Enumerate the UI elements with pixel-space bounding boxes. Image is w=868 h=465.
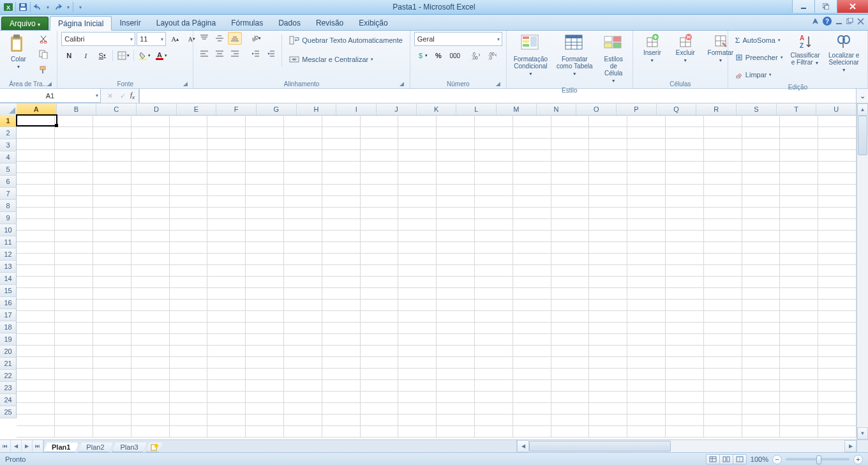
cell[interactable] <box>742 115 780 126</box>
cell[interactable] <box>55 356 93 368</box>
cell[interactable] <box>55 345 93 356</box>
cell[interactable] <box>475 287 513 299</box>
cell[interactable] <box>322 287 360 299</box>
cell[interactable] <box>666 379 704 391</box>
cell[interactable] <box>360 207 398 218</box>
scroll-left-icon[interactable]: ◀ <box>517 440 529 452</box>
cell[interactable] <box>551 230 589 241</box>
cell[interactable] <box>246 402 284 414</box>
cell[interactable] <box>131 264 169 276</box>
cell[interactable] <box>437 368 475 379</box>
cell[interactable] <box>589 299 627 310</box>
cell[interactable] <box>742 172 780 184</box>
maximize-button[interactable] <box>814 0 837 13</box>
cell[interactable] <box>246 322 284 333</box>
delete-button[interactable]: Excluir▼ <box>670 32 701 66</box>
cell[interactable] <box>17 230 55 241</box>
column-header[interactable]: M <box>497 103 537 115</box>
cell[interactable] <box>169 207 207 218</box>
cell[interactable] <box>17 126 55 138</box>
cell[interactable] <box>666 126 704 138</box>
cell[interactable] <box>551 126 589 138</box>
cell[interactable] <box>551 207 589 218</box>
cell[interactable] <box>207 299 246 310</box>
cell[interactable] <box>131 391 169 402</box>
cell[interactable] <box>360 184 398 195</box>
cell[interactable] <box>818 253 857 264</box>
cell[interactable] <box>666 345 704 356</box>
cell[interactable] <box>742 218 780 230</box>
row-header[interactable]: 15 <box>0 285 17 297</box>
cell[interactable] <box>284 368 322 379</box>
cell[interactable] <box>169 115 207 126</box>
cell[interactable] <box>589 310 627 322</box>
cell[interactable] <box>55 253 93 264</box>
cell[interactable] <box>437 241 475 253</box>
cell[interactable] <box>398 368 437 379</box>
cell[interactable] <box>589 345 627 356</box>
cell[interactable] <box>703 425 742 437</box>
cell[interactable] <box>55 218 93 230</box>
cell-styles-button[interactable]: Estilos deCélula ▼ <box>599 32 629 86</box>
column-header[interactable]: I <box>336 103 377 115</box>
cell[interactable] <box>322 345 360 356</box>
cell[interactable] <box>131 345 169 356</box>
cell[interactable] <box>627 138 666 149</box>
cell[interactable] <box>475 414 513 425</box>
cell[interactable] <box>818 172 857 184</box>
cell[interactable] <box>207 264 246 276</box>
cell[interactable] <box>589 161 627 172</box>
ribbon-tab-dados[interactable]: Dados <box>271 16 308 30</box>
cell[interactable] <box>169 379 207 391</box>
cell[interactable] <box>246 356 284 368</box>
cell[interactable] <box>360 138 398 149</box>
cell[interactable] <box>17 253 55 264</box>
cell[interactable] <box>703 345 742 356</box>
cell[interactable] <box>475 161 513 172</box>
cell[interactable] <box>780 126 818 138</box>
cell[interactable] <box>627 184 666 195</box>
cell[interactable] <box>131 310 169 322</box>
vertical-scrollbar[interactable]: ▲ ▼ <box>857 103 868 439</box>
cell[interactable] <box>322 218 360 230</box>
tab-nav-first-icon[interactable]: ⏮ <box>0 440 11 452</box>
cell[interactable] <box>93 414 131 425</box>
row-header[interactable]: 23 <box>0 382 17 394</box>
cell[interactable] <box>246 414 284 425</box>
cell[interactable] <box>666 161 704 172</box>
increase-decimal-icon[interactable]: ,0,00 <box>468 49 483 63</box>
cell[interactable] <box>169 276 207 287</box>
underline-button[interactable]: S ▾ <box>94 49 110 63</box>
cell[interactable] <box>93 425 131 437</box>
cell[interactable] <box>818 345 857 356</box>
font-color-icon[interactable]: A▾ <box>153 49 168 63</box>
cell[interactable] <box>780 299 818 310</box>
cell[interactable] <box>131 253 169 264</box>
cell[interactable] <box>551 161 589 172</box>
cell[interactable] <box>246 333 284 345</box>
cell[interactable] <box>742 241 780 253</box>
accounting-format-icon[interactable]: $▾ <box>414 49 430 63</box>
horizontal-scrollbar[interactable]: ◀ ▶ <box>516 440 857 452</box>
cell[interactable] <box>322 207 360 218</box>
cell[interactable] <box>360 253 398 264</box>
cell[interactable] <box>55 322 93 333</box>
cell[interactable] <box>742 402 780 414</box>
undo-dropdown-icon[interactable]: ▼ <box>45 1 51 13</box>
cell[interactable] <box>513 333 551 345</box>
cell[interactable] <box>742 161 780 172</box>
cell[interactable] <box>93 368 131 379</box>
cell[interactable] <box>284 356 322 368</box>
cell[interactable] <box>780 425 818 437</box>
cell[interactable] <box>169 402 207 414</box>
cell[interactable] <box>17 161 55 172</box>
cell[interactable] <box>398 322 437 333</box>
cell[interactable] <box>818 184 857 195</box>
cell[interactable] <box>55 126 93 138</box>
cell[interactable] <box>703 368 742 379</box>
cell[interactable] <box>207 149 246 161</box>
cell[interactable] <box>17 402 55 414</box>
cell[interactable] <box>131 425 169 437</box>
cell[interactable] <box>666 149 704 161</box>
cell[interactable] <box>17 184 55 195</box>
